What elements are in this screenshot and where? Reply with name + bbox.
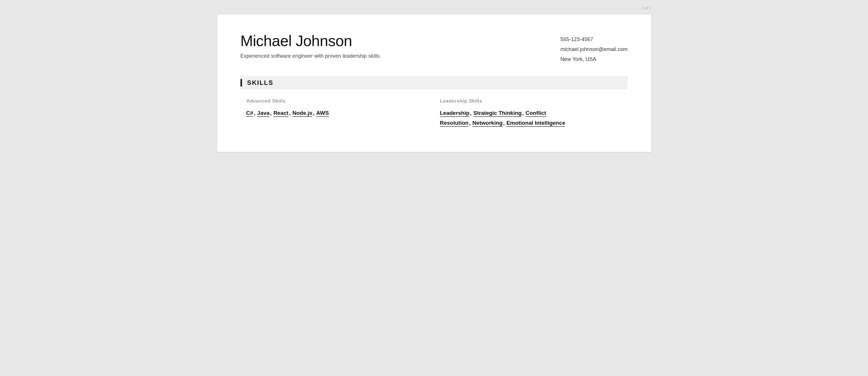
skills-section: SKILLS Advanced Skills C#, Java, React, … (241, 76, 628, 129)
phone-number: 555-123-4567 (560, 34, 627, 44)
skill-separator-8: , (503, 120, 505, 126)
skill-conflict: Conflict (526, 110, 546, 116)
leadership-skills-row-2: Resolution, Networking, Emotional Intell… (440, 120, 565, 126)
skill-resolution: Resolution (440, 120, 468, 126)
skills-section-title: SKILLS (247, 79, 274, 87)
skill-strategic-thinking: Strategic Thinking (473, 110, 522, 116)
candidate-tagline: Experienced software engineer with prove… (241, 53, 561, 59)
skill-aws: AWS (316, 110, 329, 116)
email-address: michael.johnson@email.com (560, 44, 627, 54)
skill-react: React (274, 110, 289, 116)
resume-page: Michael Johnson Experienced software eng… (217, 14, 651, 152)
leadership-skills-row-1: Leadership, Strategic Thinking, Conflict (440, 110, 546, 116)
location: New York, USA (560, 54, 627, 64)
leadership-skills-list: Leadership, Strategic Thinking, Conflict… (440, 110, 622, 129)
skill-separator-2: , (270, 110, 272, 116)
header-left: Michael Johnson Experienced software eng… (241, 32, 561, 59)
skill-separator-1: , (254, 110, 255, 116)
skill-csharp: C# (246, 110, 253, 116)
leadership-skills-title: Leadership Skills (440, 98, 622, 104)
page-counter: 1 of 1 (642, 6, 651, 10)
leadership-skills-column: Leadership Skills Leadership, Strategic … (434, 98, 628, 129)
skill-leadership: Leadership (440, 110, 469, 116)
skill-emotional-intelligence: Emotional Intelligence (506, 120, 565, 126)
page-wrapper: 1 of 1 Michael Johnson Experienced softw… (217, 6, 651, 152)
skill-java: Java (257, 110, 269, 116)
candidate-name: Michael Johnson (241, 32, 561, 49)
section-border-decoration (241, 79, 242, 87)
advanced-skills-title: Advanced Skills (246, 98, 429, 104)
skill-separator-5: , (470, 110, 471, 116)
header-section: Michael Johnson Experienced software eng… (241, 32, 628, 64)
skill-separator-4: , (313, 110, 314, 116)
header-right: 555-123-4567 michael.johnson@email.com N… (560, 34, 627, 64)
skills-section-header: SKILLS (241, 76, 628, 90)
skills-content: Advanced Skills C#, Java, React, Node.js… (241, 98, 628, 129)
skill-nodejs: Node.js (292, 110, 313, 116)
advanced-skills-list: C#, Java, React, Node.js, AWS (246, 110, 429, 116)
skill-separator-6: , (522, 110, 524, 116)
skill-networking: Networking (472, 120, 502, 126)
skill-separator-3: , (289, 110, 290, 116)
advanced-skills-column: Advanced Skills C#, Java, React, Node.js… (241, 98, 434, 129)
skill-separator-7: , (469, 120, 470, 126)
